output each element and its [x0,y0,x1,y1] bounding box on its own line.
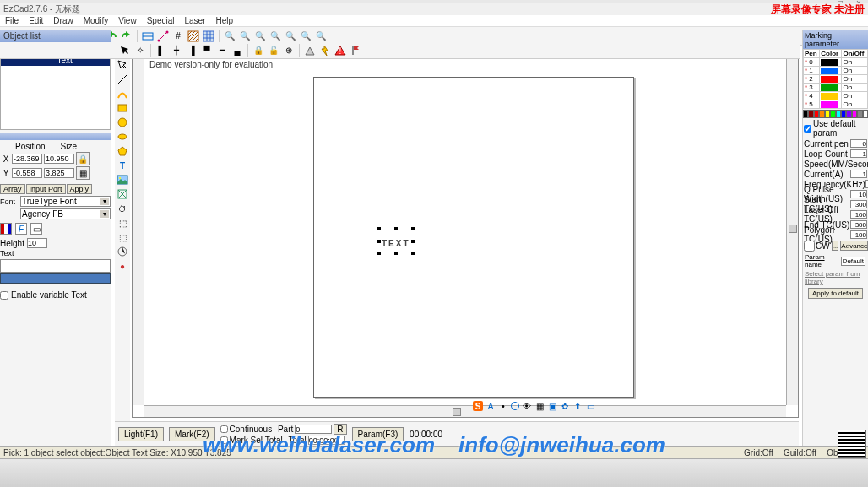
align-center-icon[interactable]: ┿ [170,44,183,57]
tab-input-port[interactable]: Input Port [26,184,66,194]
arrow-up-icon[interactable]: ⬆ [572,401,583,411]
polygon-tool-icon[interactable] [116,144,129,158]
chevron-down-icon[interactable]: ▾ [100,198,109,205]
style-italic-icon[interactable]: F [15,223,27,235]
chevron-down-icon[interactable]: ▾ [100,210,109,218]
align-bottom-icon[interactable]: ▄ [231,44,244,57]
enable-variable-checkbox[interactable] [0,291,8,300]
rect-tool-icon[interactable] [116,101,129,115]
scrollbar-horizontal[interactable] [144,405,786,417]
eye-icon[interactable]: 👁 [522,401,532,411]
param-input[interactable] [850,149,867,158]
line-tool-icon[interactable] [116,73,129,86]
align-top-icon[interactable]: ▀ [200,44,214,57]
param-name-combo[interactable]: Default [841,257,865,266]
vector-import-icon[interactable] [116,187,129,201]
lock-icon[interactable]: 🔒 [252,44,265,57]
text-content-input[interactable] [0,259,111,273]
param-input[interactable] [850,210,867,219]
zoom-sel-icon[interactable]: 🔍 [284,30,297,43]
pen-row[interactable]: * 4On [804,92,868,100]
font-type-combo[interactable]: TrueType Font ▾ [20,196,111,207]
text-value-input[interactable] [0,273,111,284]
box-q-icon[interactable]: ▭ [585,401,595,411]
size-h-input[interactable] [44,168,74,178]
mark-button[interactable]: Mark(F2) [169,427,215,441]
text-tool-icon[interactable]: T [116,159,129,172]
use-default-checkbox[interactable] [804,125,811,133]
col-pen[interactable]: Pen [804,50,820,58]
col-color[interactable]: Color [820,50,842,58]
pen-row[interactable]: * 0On [804,58,868,67]
style-flag-icon[interactable] [0,223,12,235]
param-input[interactable] [850,190,867,198]
select-from-library[interactable]: Select param from library [803,269,868,286]
hatch-icon[interactable] [187,30,200,43]
text-object[interactable]: TEXT [382,231,410,251]
extended-axis-icon[interactable]: ● [116,259,129,273]
col-onoff[interactable]: On/Off [842,50,868,58]
mark-sel-checkbox[interactable] [220,436,228,444]
menu-help[interactable]: Help [214,16,235,25]
layer-icon[interactable]: ▣ [547,401,557,411]
timer-icon[interactable]: ⏱ [116,202,129,215]
apply-button[interactable]: Apply [67,184,93,194]
menu-file[interactable]: File [3,16,20,25]
align-middle-icon[interactable]: ━ [215,44,229,57]
menu-view[interactable]: View [117,16,138,25]
param-input[interactable] [850,220,867,229]
hash-icon[interactable]: # [171,30,185,43]
canvas[interactable]: Demo version-only for evaluation TEXT [144,58,786,405]
place-origin-icon[interactable]: ⊕ [282,44,296,57]
total-input[interactable] [308,436,345,445]
warning-icon[interactable]: ! [334,44,347,57]
output-port-icon[interactable]: ⬚ [116,230,129,244]
zoom-workspace-icon[interactable]: 🔍 [314,30,328,43]
pos-y-input[interactable] [12,168,42,178]
anchor-icon[interactable]: ▦ [76,166,90,180]
zoom-prev-icon[interactable]: 🔍 [299,30,312,43]
r-button[interactable]: R [334,424,346,435]
s-icon[interactable]: S [473,401,483,411]
param-input[interactable] [850,230,867,239]
align-right-icon[interactable]: ▐ [185,44,198,57]
align-left-icon[interactable]: ▌ [155,44,168,57]
zoom-out-icon[interactable]: 🔍 [238,30,252,43]
menu-edit[interactable]: Edit [27,16,45,25]
style-options-icon[interactable]: ▭ [30,223,42,235]
lock-aspect-icon[interactable]: 🔒 [76,152,90,165]
font-name-combo[interactable]: Agency FB ▾ [20,208,111,219]
text-a-icon[interactable]: A [486,401,496,411]
grid-icon[interactable] [202,30,215,43]
color-palette[interactable] [803,110,868,118]
redo-icon[interactable] [120,30,133,43]
cw-checkbox[interactable] [804,241,815,252]
palette-swatch[interactable] [863,110,868,118]
flag-icon[interactable] [349,44,362,57]
image-tool-icon[interactable] [116,173,129,187]
circle-q-icon[interactable] [511,402,519,410]
put-to-origin-icon[interactable] [303,44,317,57]
input-port-icon[interactable]: ⬚ [116,216,129,230]
pointer-icon[interactable] [118,44,132,57]
apply-to-default-button[interactable]: Apply to default [808,288,863,299]
vector-icon[interactable] [156,30,170,43]
height-input[interactable] [27,238,47,248]
ellipse-tool-icon[interactable] [116,130,129,143]
dots-button[interactable]: ... [832,241,839,251]
pen-row[interactable]: * 2On [804,75,868,84]
trigger-icon[interactable] [318,44,332,57]
param-button[interactable]: Param(F3) [352,427,404,441]
pen-table[interactable]: Pen Color On/Off * 0On* 1On* 2On* 3On* 4… [803,49,868,109]
continuous-checkbox[interactable] [220,425,228,433]
tab-array[interactable]: Array [0,184,25,194]
param-input[interactable] [850,139,867,148]
part-input[interactable] [295,425,332,434]
zoom-in-icon[interactable]: 🔍 [223,30,236,43]
menu-special[interactable]: Special [145,16,176,25]
advance-button[interactable]: Advance [840,241,868,251]
person-icon[interactable]: ✿ [560,401,570,411]
bullet1-icon[interactable]: • [498,401,508,411]
scrollbar-vertical[interactable] [786,58,798,405]
param-input[interactable] [850,200,867,208]
